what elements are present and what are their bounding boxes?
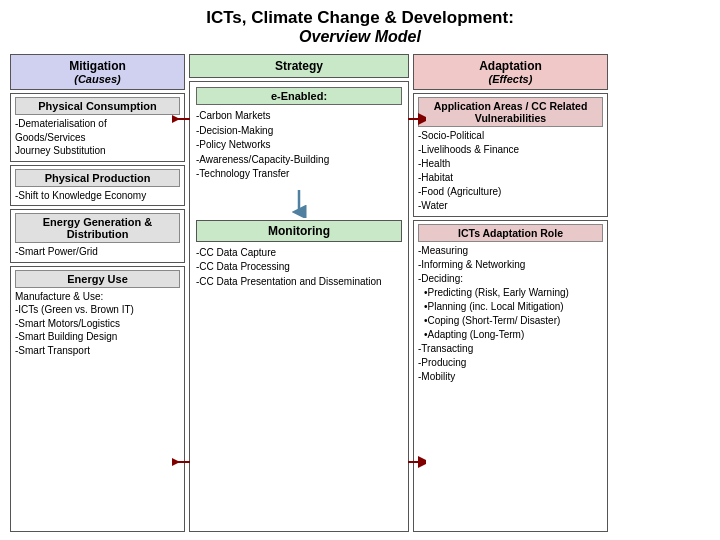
down-arrow <box>196 188 402 220</box>
adaptation-header: Adaptation (Effects) <box>413 54 608 90</box>
ir-item-9: -Producing <box>418 356 603 370</box>
physical-consumption-title: Physical Consumption <box>15 97 180 115</box>
mid-item-3: -Policy Networks <box>196 138 402 153</box>
eu-item-2: -Smart Motors/Logistics <box>15 317 180 331</box>
ir-item-1: -Measuring <box>418 244 603 258</box>
left-column: Mitigation (Causes) Physical Consumption… <box>10 54 185 532</box>
mb-item-3: -CC Data Presentation and Dissemination <box>196 275 402 290</box>
title-line2: Overview Model <box>10 28 710 46</box>
e-enabled-box: e-Enabled: <box>196 87 402 105</box>
middle-column: Strategy <box>189 54 409 532</box>
mb-item-1: -CC Data Capture <box>196 246 402 261</box>
physical-production-title: Physical Production <box>15 169 180 187</box>
physical-consumption-items: -Dematerialisation of Goods/Services Jou… <box>15 117 180 158</box>
energy-gen-section: Energy Generation & Distribution -Smart … <box>10 209 185 263</box>
ir-item-3: -Deciding: <box>418 272 603 286</box>
energy-use-title: Energy Use <box>15 270 180 288</box>
ict-role-section: ICTs Adaptation Role -Measuring -Informi… <box>413 220 608 532</box>
ir-item-4: •Predicting (Risk, Early Warning) <box>418 286 603 300</box>
mitigation-label: Mitigation <box>17 59 178 73</box>
mid-top-items: -Carbon Markets -Decision-Making -Policy… <box>196 109 402 182</box>
aa-item-4: -Habitat <box>418 171 603 185</box>
mid-item-2: -Decision-Making <box>196 124 402 139</box>
ir-item-7: •Adapting (Long-Term) <box>418 328 603 342</box>
eu-item-0: Manufacture & Use: <box>15 290 180 304</box>
mid-top-box: e-Enabled: -Carbon Markets -Decision-Mak… <box>189 81 409 532</box>
right-arrow-bottom <box>406 455 426 471</box>
right-arrow-top <box>406 112 426 128</box>
energy-gen-title: Energy Generation & Distribution <box>15 213 180 243</box>
adaptation-sub: (Effects) <box>420 73 601 85</box>
mitigation-sub: (Causes) <box>17 73 178 85</box>
energy-use-items: Manufacture & Use: -ICTs (Green vs. Brow… <box>15 290 180 358</box>
mb-item-2: -CC Data Processing <box>196 260 402 275</box>
page-title: ICTs, Climate Change & Development: Over… <box>10 8 710 46</box>
eu-item-4: -Smart Transport <box>15 344 180 358</box>
ir-item-10: -Mobility <box>418 370 603 384</box>
aa-item-5: -Food (Agriculture) <box>418 185 603 199</box>
adaptation-label: Adaptation <box>420 59 601 73</box>
ir-item-2: -Informing & Networking <box>418 258 603 272</box>
physical-production-items: -Shift to Knowledge Economy <box>15 189 180 203</box>
physical-consumption-section: Physical Consumption -Dematerialisation … <box>10 93 185 162</box>
aa-item-2: -Livelihoods & Finance <box>418 143 603 157</box>
page: ICTs, Climate Change & Development: Over… <box>0 0 720 540</box>
aa-item-1: -Socio-Political <box>418 129 603 143</box>
eg-item-1: -Smart Power/Grid <box>15 245 180 259</box>
pc-item-2: Journey Substitution <box>15 144 180 158</box>
left-arrow-bottom <box>172 455 192 471</box>
eu-item-1: -ICTs (Green vs. Brown IT) <box>15 303 180 317</box>
app-areas-items: -Socio-Political -Livelihoods & Finance … <box>418 129 603 213</box>
mid-item-1: -Carbon Markets <box>196 109 402 124</box>
ict-role-items: -Measuring -Informing & Networking -Deci… <box>418 244 603 384</box>
mid-bottom-items: -CC Data Capture -CC Data Processing -CC… <box>196 246 402 290</box>
eu-item-3: -Smart Building Design <box>15 330 180 344</box>
app-areas-title: Application Areas / CC Related Vulnerabi… <box>418 97 603 127</box>
left-arrow-top <box>172 112 192 128</box>
monitoring-box: Monitoring <box>196 220 402 242</box>
strategy-header: Strategy <box>189 54 409 78</box>
mitigation-header: Mitigation (Causes) <box>10 54 185 90</box>
title-line1: ICTs, Climate Change & Development: <box>10 8 710 28</box>
app-areas-section: Application Areas / CC Related Vulnerabi… <box>413 93 608 217</box>
ir-item-8: -Transacting <box>418 342 603 356</box>
ict-role-title: ICTs Adaptation Role <box>418 224 603 242</box>
aa-item-6: -Water <box>418 199 603 213</box>
pp-item-1: -Shift to Knowledge Economy <box>15 189 180 203</box>
aa-item-3: -Health <box>418 157 603 171</box>
physical-production-section: Physical Production -Shift to Knowledge … <box>10 165 185 207</box>
ir-item-5: •Planning (inc. Local Mitigation) <box>418 300 603 314</box>
mid-item-5: -Technology Transfer <box>196 167 402 182</box>
mid-item-4: -Awareness/Capacity-Building <box>196 153 402 168</box>
ir-item-6: •Coping (Short-Term/ Disaster) <box>418 314 603 328</box>
content-wrapper: Mitigation (Causes) Physical Consumption… <box>10 54 710 532</box>
pc-item-1: -Dematerialisation of Goods/Services <box>15 117 180 144</box>
energy-gen-items: -Smart Power/Grid <box>15 245 180 259</box>
energy-use-section: Energy Use Manufacture & Use: -ICTs (Gre… <box>10 266 185 533</box>
right-column: Adaptation (Effects) Application Areas /… <box>413 54 608 532</box>
